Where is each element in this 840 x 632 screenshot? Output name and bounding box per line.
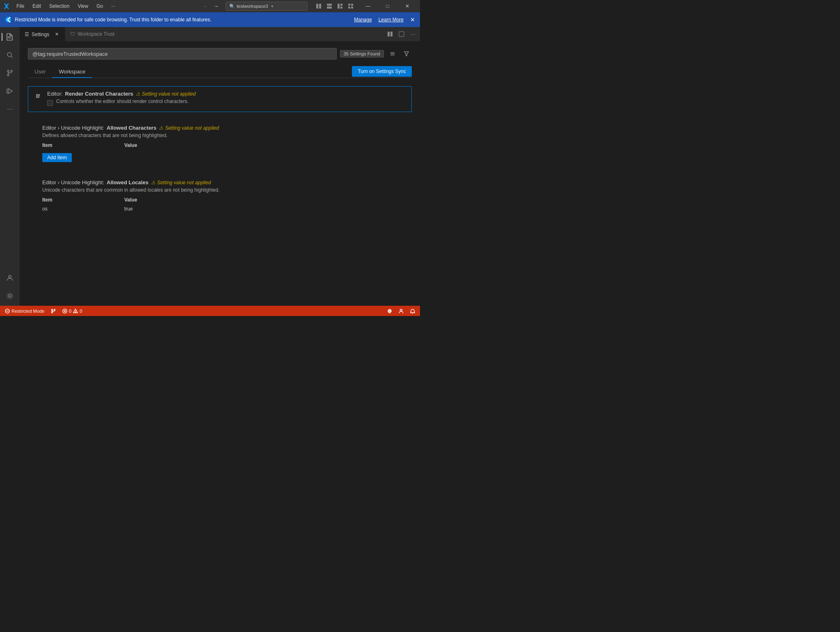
tab-settings[interactable]: ☰ Settings ✕: [20, 27, 65, 41]
table-col-item-chars: Item: [42, 142, 124, 149]
menu-more[interactable]: ···: [108, 1, 119, 11]
svg-marker-18: [8, 89, 12, 94]
turn-on-settings-sync-button[interactable]: Turn on Settings Sync: [352, 66, 412, 77]
account-icon-status[interactable]: [397, 306, 405, 316]
setting-prefix-locales: Editor › Unicode Highlight:: [42, 179, 104, 185]
branch-status[interactable]: [49, 306, 57, 316]
settings-tab-close[interactable]: ✕: [53, 31, 60, 38]
svg-rect-9: [348, 7, 350, 9]
notification-manage-link[interactable]: Manage: [354, 17, 372, 23]
settings-filter-button[interactable]: [401, 48, 412, 59]
status-bar: Restricted Mode 0 0: [0, 306, 420, 316]
setting-render-control-chars: Editor: Render Control Characters ⚠ Sett…: [28, 86, 412, 112]
layout-btn-3[interactable]: [336, 2, 345, 11]
close-button[interactable]: ✕: [398, 0, 417, 12]
more-actions-button[interactable]: ···: [408, 29, 418, 39]
setting-table-chars: Item Value Add Item: [42, 142, 406, 162]
status-right: [386, 306, 417, 316]
menu-view[interactable]: View: [74, 1, 91, 11]
notification-text: Restricted Mode is intended for safe cod…: [15, 17, 347, 23]
window-controls: — □ ✕: [358, 0, 417, 12]
svg-rect-0: [316, 4, 318, 9]
settings-content: 35 Settings Found User Workspace Turn on…: [20, 41, 420, 306]
setting-name-render: Render Control Characters: [65, 91, 133, 97]
setting-title-render: Editor: Render Control Characters ⚠ Sett…: [47, 91, 406, 97]
activity-settings[interactable]: [2, 288, 18, 304]
svg-rect-8: [351, 4, 353, 6]
restricted-mode-status[interactable]: Restricted Mode: [3, 306, 46, 316]
settings-search-input[interactable]: [28, 48, 337, 60]
titlebar-nav: ← →: [201, 2, 221, 11]
notification-learn-link[interactable]: Learn More: [379, 17, 404, 23]
layout-btn-2[interactable]: [325, 2, 334, 11]
setting-gear-icon-render[interactable]: [33, 92, 42, 101]
setting-table-locales: Item Value os true: [42, 196, 406, 213]
setting-warning-render: ⚠ Setting value not applied: [136, 91, 196, 97]
warning-icon-locales: ⚠: [151, 180, 155, 185]
split-editor-button[interactable]: [385, 29, 395, 39]
settings-search-row: 35 Settings Found: [28, 48, 412, 60]
layout-btn-4[interactable]: [346, 2, 355, 11]
table-col-value-chars: Value: [124, 142, 206, 149]
forward-button[interactable]: →: [212, 2, 221, 11]
svg-rect-7: [348, 4, 350, 6]
setting-title-chars: Editor › Unicode Highlight: Allowed Char…: [42, 125, 406, 131]
restore-button[interactable]: □: [378, 0, 397, 12]
svg-point-29: [52, 309, 53, 310]
setting-name-locales: Allowed Locales: [107, 179, 148, 185]
menu-selection[interactable]: Selection: [46, 1, 73, 11]
setting-desc-render: Controls whether the editor should rende…: [56, 98, 189, 104]
menu-file[interactable]: File: [13, 1, 27, 11]
svg-rect-2: [327, 4, 332, 6]
svg-point-16: [7, 74, 9, 76]
setting-prefix-chars: Editor › Unicode Highlight:: [42, 125, 104, 131]
warnings-count: 0: [80, 309, 82, 314]
menu-edit[interactable]: Edit: [29, 1, 44, 11]
svg-rect-1: [319, 4, 321, 9]
activity-bottom: [2, 270, 18, 304]
warning-icon-chars: ⚠: [159, 125, 163, 131]
remote-icon-status[interactable]: [386, 306, 394, 316]
tab-workspace-trust[interactable]: 🛡 Workspace Trust: [65, 27, 120, 41]
activity-run[interactable]: [2, 83, 18, 99]
layout-btn-1[interactable]: [314, 2, 323, 11]
setting-name-chars: Allowed Characters: [107, 125, 156, 131]
activity-explorer[interactable]: [2, 29, 18, 45]
activity-account[interactable]: [2, 270, 18, 286]
settings-tab-workspace[interactable]: Workspace: [52, 66, 92, 78]
setting-title-locales: Editor › Unicode Highlight: Allowed Loca…: [42, 179, 406, 185]
setting-allowed-chars: ⚙ Editor › Unicode Highlight: Allowed Ch…: [28, 120, 412, 167]
status-left: Restricted Mode 0 0: [3, 306, 84, 316]
setting-prefix-render: Editor:: [47, 91, 63, 97]
svg-point-15: [7, 70, 9, 72]
svg-rect-3: [327, 7, 332, 9]
activity-search[interactable]: [2, 47, 18, 63]
table-row-os: os true: [42, 205, 406, 213]
workspace-search[interactable]: 🔍 testworkspace3 ▾: [226, 2, 308, 11]
tab-bar: ☰ Settings ✕ 🛡 Workspace Trust ···: [20, 27, 420, 41]
main-layout: ··· ☰ Settings ✕ 🛡 Workspace Trust: [0, 27, 420, 306]
editor-layout-button[interactable]: [396, 29, 407, 39]
setting-checkbox-row-render: Controls whether the editor should rende…: [47, 98, 406, 108]
errors-count: 0: [69, 309, 71, 314]
add-item-button-chars[interactable]: Add Item: [42, 153, 72, 162]
menu-go[interactable]: Go: [93, 1, 106, 11]
settings-tab-user[interactable]: User: [28, 66, 52, 78]
notification-logo: [5, 16, 11, 23]
setting-desc-chars: Defines allowed characters that are not …: [42, 133, 406, 138]
setting-checkbox-render[interactable]: [47, 100, 53, 106]
notification-icon-status[interactable]: [409, 306, 417, 316]
setting-desc-locales: Unicode characters that are common in al…: [42, 187, 406, 193]
activity-source-control[interactable]: [2, 65, 18, 81]
back-button[interactable]: ←: [201, 2, 210, 11]
settings-clear-button[interactable]: [387, 48, 398, 59]
editor-area: ☰ Settings ✕ 🛡 Workspace Trust ···: [20, 27, 420, 306]
errors-status[interactable]: 0 0: [61, 306, 84, 316]
search-icon: 🔍: [229, 4, 235, 9]
svg-rect-22: [390, 32, 393, 37]
svg-point-30: [52, 311, 53, 313]
notification-bar: Restricted Mode is intended for safe cod…: [0, 12, 420, 27]
activity-more[interactable]: ···: [2, 101, 18, 117]
minimize-button[interactable]: —: [358, 0, 377, 12]
notification-close-button[interactable]: ✕: [410, 16, 415, 23]
